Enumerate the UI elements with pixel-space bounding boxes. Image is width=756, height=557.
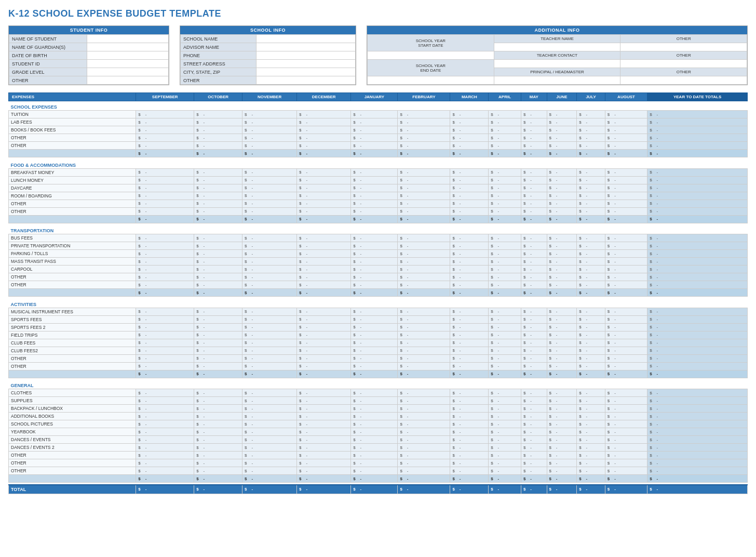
currency-cell[interactable]: $ - — [351, 126, 398, 134]
currency-cell[interactable]: $ - — [605, 207, 647, 215]
currency-cell[interactable]: $ - — [577, 452, 605, 459]
currency-cell[interactable]: $ - — [450, 192, 489, 200]
currency-cell[interactable]: $ - — [351, 266, 398, 273]
currency-cell[interactable]: $ - — [605, 323, 647, 331]
currency-cell[interactable]: $ - — [450, 118, 489, 126]
currency-cell[interactable]: $ - — [521, 134, 547, 142]
currency-cell[interactable]: $ - — [398, 315, 450, 323]
currency-cell[interactable]: $ - — [398, 142, 450, 150]
currency-cell[interactable]: $ - — [398, 323, 450, 331]
currency-cell[interactable]: $ - — [351, 420, 398, 428]
currency-cell[interactable]: $ - — [398, 250, 450, 258]
currency-cell[interactable]: $ - — [450, 281, 489, 289]
currency-cell[interactable]: $ - — [605, 428, 647, 436]
currency-cell[interactable]: $ - — [398, 126, 450, 134]
currency-cell[interactable]: $ - — [351, 413, 398, 420]
currency-cell[interactable]: $ - — [242, 459, 297, 467]
currency-cell[interactable]: $ - — [194, 452, 242, 459]
currency-cell[interactable]: $ - — [136, 331, 194, 339]
currency-cell[interactable]: $ - — [605, 142, 647, 150]
currency-cell[interactable]: $ - — [450, 405, 489, 413]
currency-cell[interactable]: $ - — [521, 347, 547, 354]
grade-level-value[interactable] — [87, 68, 168, 76]
currency-cell[interactable]: $ - — [136, 444, 194, 452]
currency-cell[interactable]: $ - — [547, 184, 577, 192]
currency-cell[interactable]: $ - — [194, 362, 242, 370]
currency-cell[interactable]: $ - — [605, 266, 647, 273]
currency-cell[interactable]: $ - — [194, 111, 242, 118]
currency-cell[interactable]: $ - — [521, 354, 547, 362]
currency-cell[interactable]: $ - — [398, 339, 450, 347]
currency-cell[interactable]: $ - — [577, 176, 605, 184]
currency-cell[interactable]: $ - — [647, 126, 748, 134]
currency-cell[interactable]: $ - — [489, 354, 521, 362]
currency-cell[interactable]: $ - — [297, 459, 351, 467]
currency-cell[interactable]: $ - — [489, 126, 521, 134]
currency-cell[interactable]: $ - — [605, 413, 647, 420]
currency-cell[interactable]: $ - — [297, 242, 351, 250]
currency-cell[interactable]: $ - — [521, 315, 547, 323]
currency-cell[interactable]: $ - — [398, 331, 450, 339]
currency-cell[interactable]: $ - — [489, 444, 521, 452]
currency-cell[interactable]: $ - — [577, 405, 605, 413]
currency-cell[interactable]: $ - — [521, 389, 547, 397]
currency-cell[interactable]: $ - — [242, 118, 297, 126]
currency-cell[interactable]: $ - — [297, 134, 351, 142]
currency-cell[interactable]: $ - — [647, 207, 748, 215]
currency-cell[interactable]: $ - — [577, 234, 605, 242]
currency-cell[interactable]: $ - — [647, 266, 748, 273]
currency-cell[interactable]: $ - — [242, 168, 297, 176]
currency-cell[interactable]: $ - — [577, 315, 605, 323]
currency-cell[interactable]: $ - — [136, 273, 194, 281]
currency-cell[interactable]: $ - — [547, 126, 577, 134]
currency-cell[interactable]: $ - — [297, 323, 351, 331]
currency-cell[interactable]: $ - — [194, 354, 242, 362]
currency-cell[interactable]: $ - — [577, 168, 605, 176]
currency-cell[interactable]: $ - — [297, 362, 351, 370]
currency-cell[interactable]: $ - — [489, 339, 521, 347]
currency-cell[interactable]: $ - — [521, 234, 547, 242]
advisor-value[interactable] — [256, 43, 356, 51]
currency-cell[interactable]: $ - — [398, 118, 450, 126]
currency-cell[interactable]: $ - — [647, 397, 748, 405]
currency-cell[interactable]: $ - — [489, 266, 521, 273]
currency-cell[interactable]: $ - — [577, 273, 605, 281]
currency-cell[interactable]: $ - — [194, 436, 242, 444]
currency-cell[interactable]: $ - — [194, 413, 242, 420]
currency-cell[interactable]: $ - — [136, 347, 194, 354]
currency-cell[interactable]: $ - — [547, 273, 577, 281]
currency-cell[interactable]: $ - — [647, 428, 748, 436]
currency-cell[interactable]: $ - — [398, 242, 450, 250]
currency-cell[interactable]: $ - — [521, 467, 547, 475]
currency-cell[interactable]: $ - — [194, 420, 242, 428]
currency-cell[interactable]: $ - — [547, 436, 577, 444]
currency-cell[interactable]: $ - — [297, 397, 351, 405]
currency-cell[interactable]: $ - — [450, 273, 489, 281]
currency-cell[interactable]: $ - — [647, 142, 748, 150]
currency-cell[interactable]: $ - — [351, 168, 398, 176]
currency-cell[interactable]: $ - — [450, 242, 489, 250]
currency-cell[interactable]: $ - — [605, 389, 647, 397]
student-id-value[interactable] — [87, 60, 168, 68]
currency-cell[interactable]: $ - — [489, 428, 521, 436]
currency-cell[interactable]: $ - — [521, 308, 547, 315]
currency-cell[interactable]: $ - — [489, 168, 521, 176]
currency-cell[interactable]: $ - — [521, 250, 547, 258]
currency-cell[interactable]: $ - — [450, 258, 489, 266]
currency-cell[interactable]: $ - — [577, 347, 605, 354]
currency-cell[interactable]: $ - — [136, 250, 194, 258]
currency-cell[interactable]: $ - — [521, 397, 547, 405]
currency-cell[interactable]: $ - — [297, 315, 351, 323]
currency-cell[interactable]: $ - — [521, 176, 547, 184]
currency-cell[interactable]: $ - — [398, 258, 450, 266]
currency-cell[interactable]: $ - — [647, 176, 748, 184]
teacher-name-value[interactable] — [494, 43, 620, 51]
currency-cell[interactable]: $ - — [489, 242, 521, 250]
currency-cell[interactable]: $ - — [489, 200, 521, 207]
currency-cell[interactable]: $ - — [297, 389, 351, 397]
currency-cell[interactable]: $ - — [450, 111, 489, 118]
currency-cell[interactable]: $ - — [398, 436, 450, 444]
currency-cell[interactable]: $ - — [136, 323, 194, 331]
currency-cell[interactable]: $ - — [521, 111, 547, 118]
currency-cell[interactable]: $ - — [489, 273, 521, 281]
